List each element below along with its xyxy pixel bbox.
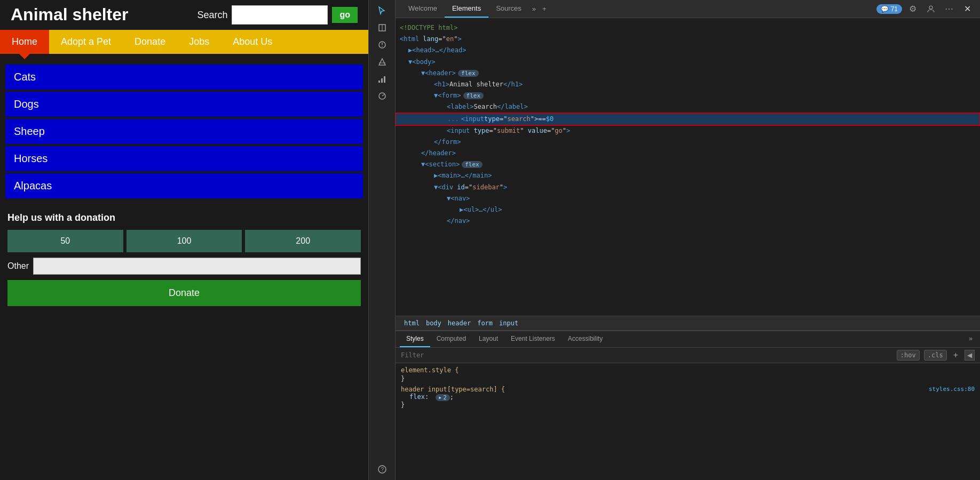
styles-filter-input[interactable] (401, 351, 892, 359)
breadcrumb-input[interactable]: input (496, 318, 521, 328)
dom-line-main[interactable]: ▶<main>…</main> (396, 170, 980, 181)
svg-marker-5 (379, 59, 385, 65)
animal-item-horses[interactable]: Horses (5, 146, 363, 171)
close-button[interactable]: ✕ (960, 2, 975, 17)
tab-add[interactable]: + (539, 1, 550, 17)
breadcrumb-form[interactable]: form (474, 318, 496, 328)
more-icon[interactable]: ⋯ (942, 2, 957, 17)
animal-item-sheep[interactable]: Sheep (5, 119, 363, 144)
network-icon[interactable] (375, 71, 390, 86)
other-row: Other (7, 258, 361, 275)
toggle-style-button[interactable]: ◀ (965, 350, 975, 361)
devtools-tabs-bar: Welcome Elements Sources » + 💬71 ⚙ ⋯ ✕ (396, 0, 980, 18)
header-input-selector: header input[type=search] { styles.css:8… (401, 386, 975, 393)
donation-section: Help us with a donation 50 100 200 Other… (0, 204, 368, 315)
svg-point-4 (382, 46, 383, 47)
dom-line-body[interactable]: ▼<body> (396, 57, 980, 68)
cursor-icon[interactable] (375, 3, 390, 18)
dom-line-label[interactable]: <label>Search</label> (396, 101, 980, 113)
dom-line-input-submit[interactable]: <input type="submit" value="go"> (396, 125, 980, 137)
header-input-rule-close: } (401, 401, 975, 409)
element-style-close: } (401, 375, 975, 382)
animal-item-alpacas[interactable]: Alpacas (5, 173, 363, 198)
animal-item-dogs[interactable]: Dogs (5, 92, 363, 117)
tab-more[interactable]: » (529, 1, 539, 17)
inspector-icon[interactable] (375, 20, 390, 35)
nav-item-about[interactable]: About Us (221, 30, 284, 54)
styles-tabs: Styles Computed Layout Event Listeners A… (396, 331, 980, 348)
style-tab-accessibility[interactable]: Accessibility (562, 331, 609, 347)
hov-button[interactable]: :hov (897, 350, 920, 361)
debug-icon[interactable] (375, 54, 390, 69)
nav-bar: Home Adopt a Pet Donate Jobs About Us (0, 30, 368, 54)
dom-line-section[interactable]: ▼<section>flex (396, 159, 980, 170)
performance-icon[interactable] (375, 89, 390, 103)
styles-content: element.style { } header input[type=sear… (396, 363, 980, 480)
styles-filter-bar: :hov .cls + ◀ (396, 348, 980, 363)
dom-line-form-close[interactable]: </form> (396, 137, 980, 148)
tab-elements[interactable]: Elements (445, 0, 488, 18)
search-submit-button[interactable]: go (332, 7, 358, 23)
dom-line-input-search[interactable]: ... <input type="search"> == $0 (396, 113, 980, 125)
style-tab-computed[interactable]: Computed (430, 331, 472, 347)
dom-line-doctype[interactable]: <!DOCTYPE html> (396, 22, 980, 34)
style-tab-event-listeners[interactable]: Event Listeners (504, 331, 562, 347)
nav-item-jobs[interactable]: Jobs (177, 30, 221, 54)
dom-line-header-close[interactable]: </header> (396, 148, 980, 159)
style-tab-styles[interactable]: Styles (400, 331, 430, 347)
settings-icon[interactable]: ⚙ (905, 2, 920, 17)
style-link[interactable]: styles.css:80 (929, 386, 975, 393)
dom-line-form[interactable]: ▼<form>flex (396, 90, 980, 101)
cls-button[interactable]: .cls (924, 350, 947, 361)
header-input-rule: header input[type=search] { styles.css:8… (401, 386, 975, 409)
devtools-tab-right: 💬71 ⚙ ⋯ ✕ (876, 2, 975, 17)
breadcrumb-body[interactable]: body (423, 318, 445, 328)
tab-sources[interactable]: Sources (488, 0, 529, 18)
animal-item-cats[interactable]: Cats (5, 65, 363, 90)
help-icon[interactable]: ? (375, 462, 390, 477)
breadcrumb-header[interactable]: header (445, 318, 474, 328)
tab-welcome[interactable]: Welcome (401, 0, 445, 18)
console-badge: 💬71 (876, 4, 902, 14)
dom-line-html[interactable]: <html lang="en"> (396, 34, 980, 45)
dom-line-div-sidebar[interactable]: ▼<div id="sidebar"> (396, 182, 980, 193)
other-amount-input[interactable] (33, 258, 361, 275)
devtools-panel: Welcome Elements Sources » + 💬71 ⚙ ⋯ ✕ <… (395, 0, 980, 480)
dom-line-h1[interactable]: <h1>Animal shelter</h1> (396, 79, 980, 90)
search-input[interactable] (232, 5, 328, 25)
flex-property: flex: 2; (401, 393, 975, 401)
donate-button[interactable]: Donate (7, 280, 361, 306)
svg-rect-9 (384, 76, 385, 83)
dom-line-head[interactable]: ▶<head>…</head> (396, 45, 980, 56)
site-header: Animal shelter Search go (0, 0, 368, 30)
style-tab-more[interactable]: » (966, 331, 976, 347)
dom-tree[interactable]: <!DOCTYPE html> <html lang="en"> ▶<head>… (396, 18, 980, 316)
donation-btn-200[interactable]: 200 (245, 230, 361, 252)
dom-line-nav[interactable]: ▼<nav> (396, 193, 980, 204)
donation-btn-50[interactable]: 50 (7, 230, 123, 252)
search-form: Search go (197, 5, 358, 25)
site-title: Animal shelter (11, 5, 129, 24)
user-icon[interactable] (923, 2, 938, 17)
dom-line-nav-close[interactable]: </nav> (396, 215, 980, 227)
element-style-selector: element.style { (401, 366, 975, 374)
dom-line-ul[interactable]: ▶<ul>…</ul> (396, 204, 980, 215)
nav-item-home[interactable]: Home (0, 30, 49, 54)
add-style-button[interactable]: + (951, 350, 960, 360)
svg-rect-8 (381, 78, 383, 83)
svg-text:?: ? (381, 467, 384, 473)
svg-rect-7 (378, 81, 380, 83)
console-icon[interactable] (375, 37, 390, 52)
animal-list: Cats Dogs Sheep Horses Alpacas (0, 59, 368, 198)
donation-title: Help us with a donation (7, 212, 361, 223)
donation-btn-100[interactable]: 100 (127, 230, 242, 252)
flex-badge[interactable]: 2 (436, 394, 449, 401)
style-tab-layout[interactable]: Layout (472, 331, 504, 347)
breadcrumb-bar: html body header form input (396, 316, 980, 331)
other-label: Other (7, 261, 29, 271)
nav-item-donate[interactable]: Donate (123, 30, 177, 54)
breadcrumb-html[interactable]: html (401, 318, 423, 328)
dom-line-header[interactable]: ▼<header>flex (396, 68, 980, 79)
left-panel: Animal shelter Search go Home Adopt a Pe… (0, 0, 368, 480)
nav-item-adopt[interactable]: Adopt a Pet (49, 30, 123, 54)
